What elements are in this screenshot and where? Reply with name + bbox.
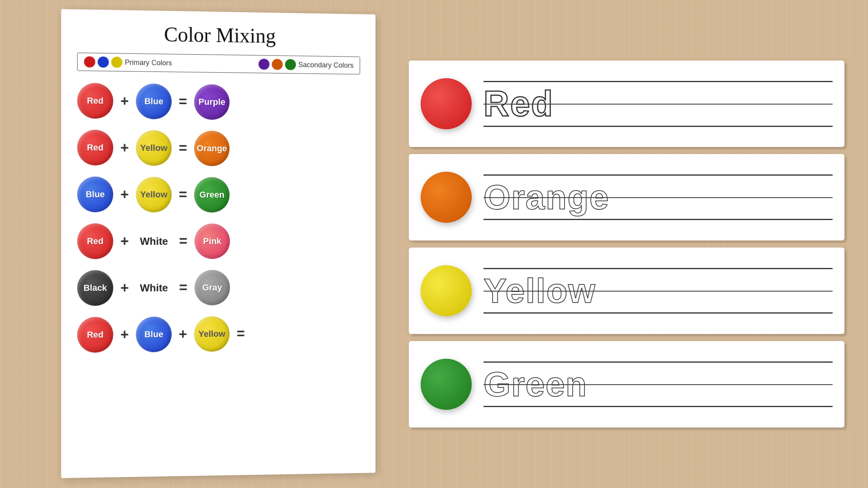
flashcard-red-dot — [421, 78, 472, 129]
flashcard-orange: Orange — [409, 154, 844, 240]
flashcards-panel: Red Orange Yellow — [377, 0, 868, 488]
circle-red-2: Red — [77, 130, 113, 165]
op-plus-4: + — [120, 233, 129, 250]
op-eq-1: = — [179, 94, 187, 110]
flashcard-orange-word-container: Orange — [484, 174, 833, 220]
secondary-green-dot — [285, 59, 296, 70]
op-eq-3: = — [179, 187, 187, 203]
op-eq-2: = — [179, 140, 187, 156]
secondary-colors-group: Sacondary Colors — [259, 59, 354, 71]
secondary-purple-dot — [259, 59, 270, 70]
line-above-orange — [484, 174, 833, 176]
midline-green — [484, 384, 833, 385]
op-eq-6: = — [237, 326, 245, 342]
label-white-4: White — [140, 235, 168, 247]
op-plus-6a: + — [120, 326, 129, 343]
flashcard-orange-dot — [421, 172, 472, 223]
midline-orange — [484, 197, 833, 198]
circle-red-1: Red — [77, 83, 113, 119]
circle-blue-3: Blue — [77, 176, 113, 212]
mix-row-5: Black + White = Gray — [77, 270, 360, 306]
worksheet: Color Mixing Primary Colors Sacondary Co… — [61, 9, 376, 478]
op-plus-3: + — [120, 186, 129, 203]
primary-blue-dot — [97, 57, 108, 68]
primary-colors-group: Primary Colors — [84, 56, 172, 68]
midline-yellow — [484, 291, 833, 292]
line-below-red — [484, 126, 833, 127]
op-plus-6b: + — [179, 326, 187, 343]
primary-red-dot — [84, 56, 96, 68]
flashcard-red: Red — [409, 61, 844, 147]
circle-yellow-3: Yellow — [136, 177, 172, 213]
circle-black-5: Black — [77, 270, 113, 306]
flashcard-yellow: Yellow — [409, 248, 844, 334]
op-plus-1: + — [120, 93, 129, 110]
circle-purple: Purple — [194, 84, 230, 120]
circle-yellow-2: Yellow — [136, 130, 172, 166]
line-below-yellow — [484, 312, 833, 314]
op-plus-5: + — [120, 280, 129, 296]
flashcard-green-dot — [421, 359, 472, 410]
secondary-orange-dot — [272, 59, 283, 70]
line-below-orange — [484, 219, 833, 220]
circle-gray: Gray — [195, 270, 230, 305]
mix-row-3: Blue + Yellow = Green — [77, 176, 360, 213]
mix-row-2: Red + Yellow = Orange — [77, 130, 360, 167]
flashcard-green-word-container: Green — [484, 361, 833, 407]
circle-green: Green — [194, 177, 230, 213]
op-eq-4: = — [179, 233, 188, 250]
primary-label: Primary Colors — [125, 58, 172, 67]
mix-row-6: Red + Blue + Yellow = — [77, 316, 360, 353]
op-eq-5: = — [179, 279, 188, 296]
op-plus-2: + — [120, 139, 129, 156]
flashcard-yellow-dot — [421, 265, 472, 316]
mix-row-1: Red + Blue = Purple — [77, 83, 360, 121]
circle-orange: Orange — [194, 130, 230, 166]
flashcard-red-word-container: Red — [484, 81, 833, 127]
circle-red-4: Red — [77, 223, 113, 259]
legend: Primary Colors Sacondary Colors — [77, 53, 360, 75]
circle-pink: Pink — [195, 224, 230, 259]
label-white-5: White — [140, 282, 168, 294]
circle-yellow-6: Yellow — [194, 316, 230, 352]
line-above-yellow — [484, 268, 833, 269]
circle-red-6: Red — [77, 317, 113, 352]
line-above-green — [484, 361, 833, 363]
flashcard-green: Green — [409, 341, 844, 427]
secondary-label: Sacondary Colors — [298, 61, 354, 70]
primary-yellow-dot — [111, 57, 122, 68]
circle-blue-1: Blue — [136, 83, 172, 119]
line-below-green — [484, 406, 833, 407]
flashcard-yellow-word-container: Yellow — [484, 268, 833, 314]
circle-blue-6: Blue — [136, 317, 172, 352]
line-above-red — [484, 81, 833, 82]
worksheet-title: Color Mixing — [77, 21, 360, 49]
midline-red — [484, 104, 833, 105]
mix-row-4: Red + White = Pink — [77, 223, 360, 259]
